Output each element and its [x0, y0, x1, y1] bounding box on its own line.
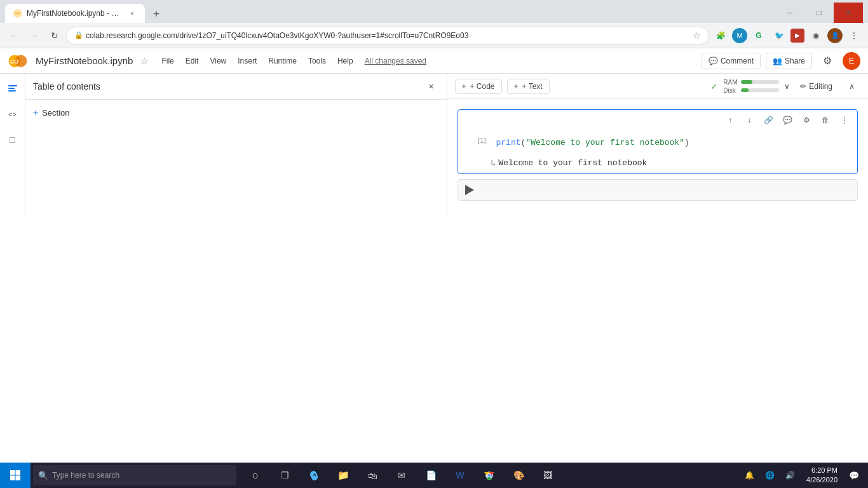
menu-help[interactable]: Help — [332, 54, 358, 68]
code-line: print("Welcome to your first notebook") — [496, 137, 853, 149]
close-button[interactable]: ✕ — [834, 3, 863, 23]
left-icon-strip: <> □ — [0, 74, 25, 216]
sidebar-section-item[interactable]: + Section — [33, 105, 439, 120]
menu-bar: File Edit View Insert Runtime Tools Help… — [156, 54, 426, 68]
disk-label: Disk — [723, 87, 738, 94]
taskbar-store-button[interactable]: 🛍 — [358, 463, 386, 488]
menu-runtime[interactable]: Runtime — [263, 54, 302, 68]
colab-logo-svg: CO — [8, 51, 28, 71]
code-print-function: print — [496, 138, 521, 147]
checkmark-icon: ✓ — [710, 81, 718, 92]
start-button[interactable] — [0, 463, 31, 488]
tab-close-button[interactable]: × — [127, 8, 137, 18]
ram-bar-fill — [741, 80, 752, 84]
plus-text-icon: + — [514, 82, 519, 91]
folder-icon-button[interactable]: □ — [3, 130, 23, 150]
move-up-button[interactable]: ↑ — [722, 112, 738, 128]
ram-disk-bars: RAM Disk — [723, 79, 779, 94]
search-icon: 🔍 — [38, 471, 48, 480]
header-right: 💬 Comment 👥 Share ⚙ E — [702, 51, 860, 71]
ram-disk-dropdown-button[interactable]: ∨ — [784, 82, 790, 91]
menu-file[interactable]: File — [156, 54, 179, 68]
main-content: <> □ Table of contents × + Section + + C… — [0, 74, 868, 216]
browser-menu-button[interactable]: ⋮ — [845, 27, 863, 44]
comment-button[interactable]: 💬 Comment — [702, 53, 761, 69]
code-icon-button[interactable]: <> — [3, 104, 23, 125]
settings-button[interactable]: ⚙ — [817, 51, 837, 71]
user-avatar-nav[interactable]: 👤 — [827, 28, 843, 43]
more-cell-button[interactable]: ⋮ — [837, 112, 852, 128]
menu-edit[interactable]: Edit — [180, 54, 204, 68]
link-cell-button[interactable]: 🔗 — [761, 112, 776, 128]
taskbar-paint-button[interactable]: 🎨 — [505, 463, 532, 488]
bookmark-star-icon[interactable]: ☆ — [693, 30, 701, 41]
taskbar-action-center-button[interactable]: 💬 — [845, 463, 863, 488]
svg-rect-9 — [10, 476, 15, 481]
taskbar-notification-icon[interactable]: 🔔 — [740, 463, 758, 488]
taskbar-cortana-button[interactable]: ○ — [241, 463, 269, 488]
text-cell[interactable] — [458, 179, 858, 201]
taskbar-pdf-button[interactable]: 📄 — [417, 463, 445, 488]
editing-button[interactable]: ✏ Editing — [795, 79, 837, 93]
taskbar-chrome-button[interactable] — [475, 463, 503, 488]
taskbar-mail-button[interactable]: ✉ — [388, 463, 416, 488]
search-bar[interactable]: 🔍 Type here to search — [33, 465, 236, 485]
add-text-button[interactable]: + + Text — [507, 79, 550, 94]
grammarly-icon[interactable]: G — [750, 27, 768, 44]
taskbar-time: 6:20 PM — [806, 466, 837, 475]
comment-cell-button[interactable]: 💬 — [780, 112, 795, 128]
ext2-icon[interactable]: ▶ — [790, 29, 804, 43]
taskbar-photos-button[interactable]: 🖼 — [534, 463, 562, 488]
taskbar-clock[interactable]: 6:20 PM 4/26/2020 — [801, 466, 843, 485]
minimize-button[interactable]: ─ — [775, 3, 804, 23]
svg-rect-10 — [16, 476, 21, 481]
share-button[interactable]: 👥 Share — [766, 53, 812, 69]
extensions-icon[interactable]: 🧩 — [712, 27, 729, 44]
cell-gutter: [1] — [458, 130, 491, 156]
reload-button[interactable]: ↻ — [46, 27, 64, 44]
add-code-button[interactable]: + + Code — [455, 79, 502, 94]
taskbar-word-button[interactable]: W — [446, 463, 474, 488]
svg-rect-7 — [10, 470, 15, 475]
empty-text-cell-content[interactable] — [478, 180, 858, 200]
move-down-button[interactable]: ↓ — [742, 112, 757, 128]
user-avatar[interactable]: E — [843, 52, 860, 70]
taskbar-explorer-button[interactable]: 📁 — [329, 463, 357, 488]
notebook-toolbar: + + Code + + Text ✓ RAM — [447, 74, 869, 99]
ext1-icon[interactable]: 🐦 — [770, 27, 788, 44]
sidebar-close-button[interactable]: × — [424, 79, 439, 94]
profile-m-icon[interactable]: M — [732, 28, 747, 43]
star-icon[interactable]: ☆ — [140, 56, 149, 66]
new-tab-button[interactable]: + — [147, 5, 165, 23]
code-cell[interactable]: ↑ ↓ 🔗 💬 ⚙ 🗑 ⋮ [1] print("Welcome to your… — [458, 109, 858, 174]
search-placeholder-text: Type here to search — [52, 471, 119, 480]
back-button[interactable]: ← — [5, 27, 23, 44]
taskbar-volume-icon[interactable]: 🔊 — [781, 463, 799, 488]
run-cell-button[interactable] — [458, 180, 478, 200]
cell-body[interactable]: print("Welcome to your first notebook") — [491, 130, 858, 156]
maximize-button[interactable]: □ — [804, 3, 834, 23]
taskbar-edge-button[interactable] — [300, 463, 328, 488]
svg-rect-6 — [8, 90, 16, 92]
taskbar-taskview-button[interactable]: ❐ — [271, 463, 299, 488]
forward-button[interactable]: → — [25, 27, 43, 44]
ext3-icon[interactable]: ◉ — [807, 27, 825, 44]
sidebar-title: Table of contents — [33, 81, 424, 92]
sidebar-section-label: Section — [42, 108, 69, 118]
svg-rect-5 — [8, 88, 15, 89]
address-bar[interactable]: 🔒 colab.research.google.com/drive/1zO7_u… — [66, 27, 709, 44]
ram-bar-track — [741, 80, 779, 84]
disk-bar-row: Disk — [723, 87, 779, 94]
collapse-toolbar-button[interactable]: ∧ — [843, 78, 860, 95]
settings-cell-button[interactable]: ⚙ — [799, 112, 814, 128]
play-icon — [465, 185, 474, 195]
active-tab[interactable]: CO MyFirstNotebook.ipynb - Colab × — [5, 4, 145, 23]
menu-tools[interactable]: Tools — [303, 54, 331, 68]
plus-code-icon: + — [462, 82, 466, 91]
taskbar-network-icon[interactable]: 🌐 — [761, 463, 778, 488]
menu-insert[interactable]: Insert — [233, 54, 262, 68]
toc-icon-button[interactable] — [3, 79, 23, 99]
menu-view[interactable]: View — [205, 54, 231, 68]
svg-point-13 — [488, 474, 491, 477]
delete-cell-button[interactable]: 🗑 — [818, 112, 833, 128]
